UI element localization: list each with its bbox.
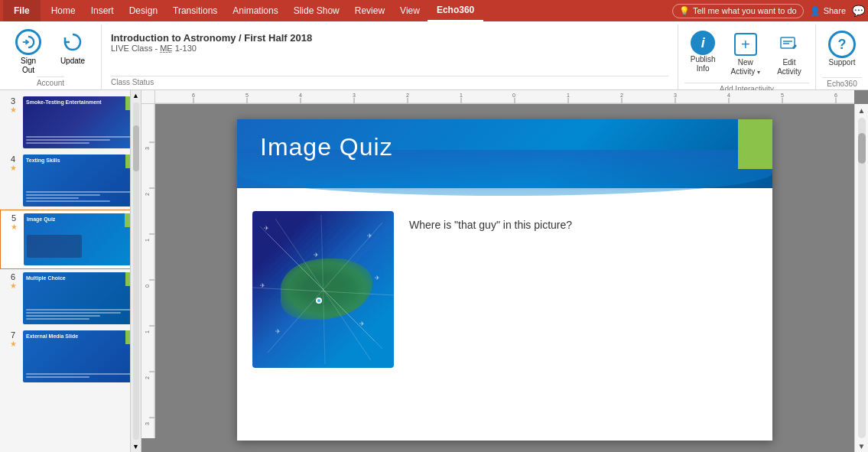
scroll-down-arrow[interactable]: ▼: [856, 440, 868, 452]
tell-me-text: Tell me what you want to do: [693, 6, 797, 15]
insert-menu[interactable]: Insert: [83, 0, 122, 21]
svg-text:6: 6: [834, 93, 837, 98]
scroll-track[interactable]: [858, 118, 866, 438]
slide-panel[interactable]: 3 ★ Smoke-Testing Entertainment 4 ★ Text…: [0, 90, 141, 452]
echo360-buttons: ? Support: [822, 24, 862, 77]
plus-circle-icon: +: [734, 33, 757, 56]
svg-text:✈: ✈: [375, 275, 380, 281]
scroll-down-arrow[interactable]: ▼: [131, 441, 141, 452]
message-button[interactable]: 💬: [852, 5, 865, 17]
slide-thumb-lines-3: [26, 136, 132, 144]
svg-text:✈: ✈: [275, 328, 281, 335]
slide-thumb-label-6: Multiple Choice: [26, 275, 132, 281]
class-status-label: Class Status: [111, 76, 668, 86]
account-section-label: Account: [37, 76, 64, 89]
svg-text:3: 3: [674, 93, 677, 98]
class-status-section: Introduction to Astronomy / First Half 2…: [102, 24, 678, 89]
slide-thumbnail-6: Multiple Choice: [23, 272, 135, 324]
support-button[interactable]: ? Support: [822, 28, 862, 74]
echo360-section-label: Echo360: [822, 77, 862, 89]
scroll-thumb: [858, 133, 866, 164]
ribbon: SignOut Update Account Introduction to A…: [0, 21, 868, 90]
slide-item-4[interactable]: 4 ★ Texting Skills: [0, 151, 141, 210]
slide-canvas: Image Quiz: [155, 104, 854, 452]
ruler-horizontal: 6 5 4 3 2 1 0 1 2 3 4: [155, 90, 854, 104]
ruler-corner: [141, 90, 155, 104]
review-menu[interactable]: Review: [347, 0, 392, 21]
share-button[interactable]: 👤 Share: [810, 6, 846, 16]
sign-out-button[interactable]: SignOut: [9, 28, 47, 76]
slide-thumbnail-4: Texting Skills: [23, 154, 135, 206]
sign-out-label: SignOut: [21, 57, 36, 75]
file-menu[interactable]: File: [3, 0, 41, 21]
scroll-thumb: [133, 125, 139, 171]
canvas-vertical-scrollbar[interactable]: ▲ ▼: [854, 104, 868, 452]
account-buttons: SignOut Update: [9, 28, 92, 76]
publish-info-button[interactable]: i PublishInfo: [684, 28, 722, 80]
title-bar: File Home Insert Design Transitions Anim…: [0, 0, 868, 90]
slide-thumb-label-7: External Media Slide: [26, 333, 132, 339]
menu-right: 💡 Tell me what you want to do 👤 Share 💬: [672, 4, 865, 18]
slideshow-menu[interactable]: Slide Show: [286, 0, 347, 21]
new-activity-icon: +: [732, 31, 759, 58]
update-icon: [60, 29, 86, 55]
slide-item-3[interactable]: 3 ★ Smoke-Testing Entertainment: [0, 93, 141, 151]
svg-text:1: 1: [145, 330, 150, 333]
slide-panel-scrollbar[interactable]: ▲ ▼: [130, 90, 141, 452]
slide-item-7[interactable]: 7 ★ External Media Slide: [0, 327, 141, 385]
svg-line-50: [268, 234, 375, 341]
scroll-track: [133, 102, 139, 440]
new-activity-label: NewActivity ▾: [731, 58, 760, 76]
update-label: Update: [60, 57, 85, 65]
new-activity-button[interactable]: + NewActivity ▾: [725, 28, 766, 80]
svg-text:✈: ✈: [260, 282, 265, 289]
person-icon: 👤: [810, 6, 821, 16]
scroll-up-arrow[interactable]: ▲: [856, 104, 868, 116]
view-menu[interactable]: View: [392, 0, 427, 21]
slide-thumb-label-5: Image Quiz: [27, 216, 131, 222]
design-menu[interactable]: Design: [122, 0, 165, 21]
edit-activity-label: EditActivity: [777, 58, 801, 76]
update-button[interactable]: Update: [54, 28, 92, 76]
slide-thumbnail-5: Image Quiz: [24, 213, 134, 265]
slide-item-6[interactable]: 6 ★ Multiple Choice: [0, 269, 141, 327]
slide-map-image: ✈ ✈ ✈ ✈ ✈ ✈ ✈: [252, 211, 394, 368]
svg-text:1: 1: [145, 239, 150, 242]
sign-out-icon: [15, 29, 41, 55]
slide-thumbnail-7: External Media Slide: [23, 330, 135, 382]
support-icon: ?: [828, 31, 856, 58]
home-menu[interactable]: Home: [44, 0, 83, 21]
svg-text:2: 2: [145, 376, 150, 379]
svg-text:✈: ✈: [359, 320, 365, 327]
class-subtitle: LIVE Class - ME 1-130: [111, 44, 668, 53]
scroll-up-arrow[interactable]: ▲: [131, 90, 141, 101]
ruler-vertical: 3 2 1 0 1 2 3: [141, 104, 155, 438]
svg-text:4: 4: [299, 93, 302, 98]
slide-number-7: 7 ★: [6, 330, 20, 348]
add-interactivity-section: i PublishInfo + NewActivity ▾: [678, 24, 816, 89]
echo360-menu[interactable]: Echo360: [427, 0, 483, 21]
svg-text:4: 4: [727, 93, 730, 98]
svg-text:✈: ✈: [264, 225, 269, 232]
svg-text:2: 2: [406, 93, 409, 98]
svg-text:3: 3: [145, 422, 150, 425]
lightbulb-icon: 💡: [679, 6, 690, 16]
slide-thumb-label-3: Smoke-Testing Entertainment: [26, 99, 132, 105]
slide-thumbnail-3: Smoke-Testing Entertainment: [23, 96, 135, 148]
transitions-menu[interactable]: Transitions: [165, 0, 225, 21]
tell-me-box[interactable]: 💡 Tell me what you want to do: [672, 4, 804, 18]
menu-bar: File Home Insert Design Transitions Anim…: [0, 0, 868, 21]
svg-text:3: 3: [145, 147, 150, 150]
svg-text:1: 1: [460, 93, 463, 98]
svg-text:1: 1: [567, 93, 570, 98]
edit-activity-icon: [775, 31, 803, 58]
slide-item-5[interactable]: 5 ★ Image Quiz: [0, 210, 141, 269]
animations-menu[interactable]: Animations: [225, 0, 285, 21]
slide-map-dot: [316, 298, 322, 304]
svg-rect-1: [781, 37, 795, 48]
main-area: 3 ★ Smoke-Testing Entertainment 4 ★ Text…: [0, 90, 868, 452]
publish-info-label: PublishInfo: [691, 55, 716, 73]
edit-activity-button[interactable]: EditActivity: [769, 28, 809, 80]
class-me: ME: [160, 44, 173, 53]
slide-content: Image Quiz: [237, 119, 772, 441]
